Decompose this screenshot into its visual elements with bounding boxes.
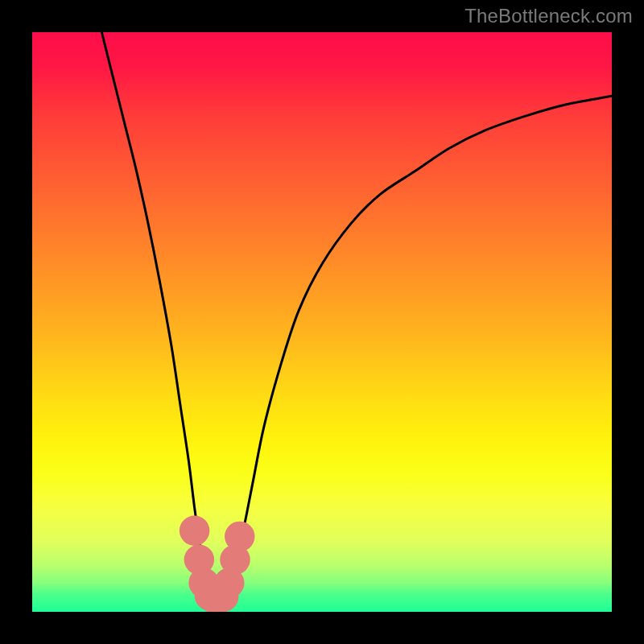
main-curve [101, 32, 612, 601]
watermark-text: TheBottleneck.com [464, 5, 633, 27]
curve-markers [180, 515, 255, 612]
chart-frame: TheBottleneck.com [0, 0, 644, 644]
plot-area [32, 32, 612, 612]
curve-marker [180, 515, 209, 545]
chart-svg [32, 32, 612, 612]
curve-marker [225, 522, 254, 551]
